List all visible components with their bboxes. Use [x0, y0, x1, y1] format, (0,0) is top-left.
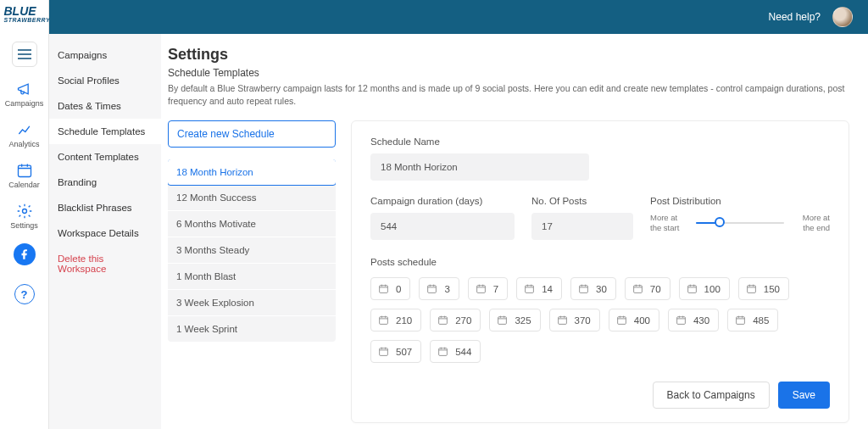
post-day-chip[interactable]: 3	[419, 277, 459, 300]
post-day-chip[interactable]: 270	[430, 309, 481, 332]
top-bar: Need help?	[49, 0, 868, 34]
calendar-small-icon	[676, 315, 687, 326]
calendar-small-icon	[578, 283, 589, 294]
sidebar-item[interactable]: Delete this Workspace	[49, 246, 161, 281]
post-day-chip[interactable]: 70	[625, 277, 670, 300]
post-day-chip[interactable]: 400	[609, 309, 659, 332]
post-day-chip[interactable]: 14	[516, 277, 562, 300]
post-day-value: 544	[455, 347, 471, 357]
svg-rect-8	[687, 286, 696, 293]
post-day-chip[interactable]: 370	[549, 309, 600, 332]
page-subtitle: Schedule Templates	[168, 67, 849, 79]
sidebar-item[interactable]: Branding	[49, 170, 161, 195]
post-day-value: 150	[764, 284, 780, 294]
nav-campaigns[interactable]: Campaigns	[8, 81, 42, 108]
duration-input[interactable]	[370, 213, 515, 240]
calendar-small-icon	[476, 283, 487, 294]
need-help-link[interactable]: Need help?	[769, 11, 821, 23]
schedule-list-item[interactable]: 6 Months Motivate	[168, 211, 336, 237]
brand-logo: BLUE STRAWBERRY	[4, 5, 45, 23]
schedule-list-item[interactable]: 1 Week Sprint	[168, 316, 336, 342]
post-day-chip[interactable]: 0	[370, 277, 410, 300]
help-link[interactable]: ?	[14, 284, 35, 304]
facebook-icon	[19, 248, 31, 260]
sidebar-item[interactable]: Blacklist Phrases	[49, 195, 161, 220]
svg-rect-11	[439, 317, 448, 325]
back-button[interactable]: Back to Campaigns	[653, 382, 770, 409]
sidebar-item[interactable]: Social Profiles	[49, 68, 161, 93]
nav-settings[interactable]: Settings	[8, 203, 42, 230]
svg-rect-3	[428, 286, 437, 293]
dist-hint-start: More at the start	[650, 213, 689, 232]
avatar[interactable]	[832, 7, 853, 27]
settings-sidebar: CampaignsSocial ProfilesDates & TimesSch…	[49, 34, 161, 429]
post-day-chip[interactable]: 507	[370, 340, 421, 363]
calendar-small-icon	[378, 283, 389, 294]
svg-rect-16	[737, 317, 745, 325]
post-day-chip[interactable]: 430	[668, 309, 719, 332]
svg-rect-17	[380, 348, 388, 356]
left-rail: BLUE STRAWBERRY Campaigns Analytics Cale…	[0, 0, 49, 429]
svg-rect-15	[677, 317, 686, 325]
schedule-list-item[interactable]: 12 Month Success	[168, 185, 336, 211]
post-day-value: 485	[753, 315, 769, 326]
svg-rect-9	[747, 286, 755, 293]
sidebar-item[interactable]: Schedule Templates	[49, 119, 161, 144]
post-day-value: 325	[515, 315, 531, 326]
schedule-editor-panel: Schedule Name Campaign duration (days) N…	[351, 120, 849, 423]
hamburger-icon	[18, 49, 31, 59]
post-day-chip[interactable]: 325	[489, 309, 540, 332]
schedule-list-column: Create new Schedule 18 Month Horizon12 M…	[168, 120, 336, 342]
calendar-small-icon	[378, 315, 389, 326]
distribution-label: Post Distribution	[650, 196, 830, 206]
posts-label: No. Of Posts	[531, 196, 633, 206]
schedule-list-item[interactable]: 3 Week Explosion	[168, 290, 336, 316]
svg-rect-12	[498, 317, 507, 325]
schedule-name-label: Schedule Name	[370, 136, 830, 147]
schedule-name-input[interactable]	[370, 153, 589, 181]
create-schedule-button[interactable]: Create new Schedule	[168, 120, 336, 148]
nav-analytics[interactable]: Analytics	[8, 121, 42, 148]
save-button[interactable]: Save	[778, 382, 830, 409]
post-day-chip[interactable]: 7	[468, 277, 508, 300]
post-day-chip[interactable]: 210	[370, 309, 421, 332]
schedule-list-item[interactable]: 3 Months Steady	[168, 237, 336, 264]
svg-rect-7	[633, 286, 642, 293]
nav-campaigns-label: Campaigns	[5, 99, 44, 108]
nav-calendar[interactable]: Calendar	[8, 162, 42, 189]
svg-rect-4	[476, 286, 485, 293]
post-day-value: 0	[396, 284, 401, 294]
post-day-chip[interactable]: 30	[570, 277, 616, 300]
post-day-value: 3	[444, 284, 449, 294]
post-day-chip[interactable]: 485	[727, 309, 778, 332]
sidebar-item[interactable]: Workspace Details	[49, 220, 161, 246]
facebook-link[interactable]	[14, 243, 36, 265]
calendar-small-icon	[426, 283, 437, 294]
calendar-small-icon	[378, 346, 389, 357]
post-day-chip[interactable]: 544	[430, 340, 481, 363]
svg-rect-5	[526, 286, 534, 293]
sidebar-item[interactable]: Campaigns	[49, 42, 161, 68]
post-day-value: 270	[455, 315, 471, 326]
posts-input[interactable]	[531, 213, 633, 240]
post-day-value: 210	[396, 315, 412, 326]
calendar-small-icon	[437, 315, 448, 326]
calendar-small-icon	[735, 315, 746, 326]
distribution-slider[interactable]	[696, 215, 784, 231]
post-day-chip[interactable]: 150	[738, 277, 789, 300]
calendar-small-icon	[437, 346, 448, 357]
schedule-list-item[interactable]: 18 Month Horizon	[168, 159, 336, 186]
schedule-list-item[interactable]: 1 Month Blast	[168, 264, 336, 290]
menu-toggle[interactable]	[12, 42, 37, 67]
sidebar-item[interactable]: Dates & Times	[49, 93, 161, 119]
post-day-value: 370	[575, 315, 591, 326]
megaphone-icon	[16, 81, 33, 98]
calendar-small-icon	[524, 283, 535, 294]
post-day-value: 507	[396, 347, 412, 357]
post-day-chip[interactable]: 100	[679, 277, 730, 300]
post-day-value: 430	[693, 315, 709, 326]
posts-schedule-label: Posts schedule	[370, 257, 830, 267]
gear-icon	[16, 203, 33, 220]
sidebar-item[interactable]: Content Templates	[49, 144, 161, 170]
nav-analytics-label: Analytics	[8, 140, 39, 148]
